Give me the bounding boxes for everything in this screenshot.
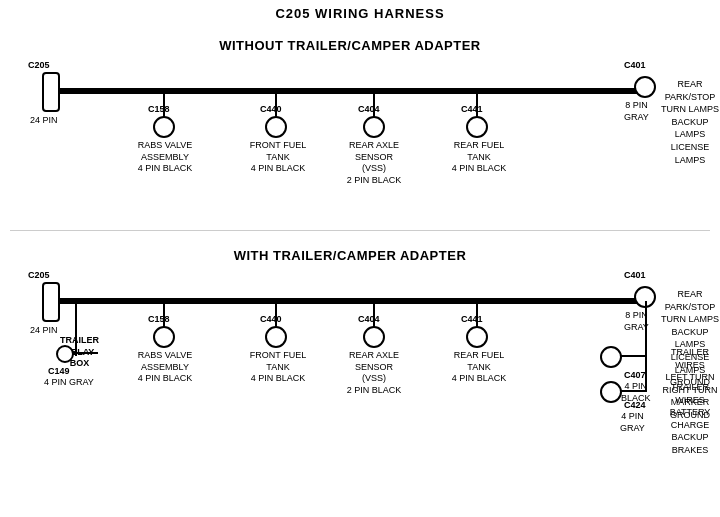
section2-c424-desc: TRAILER WIRESBATTERY CHARGEBACKUPBRAKES <box>660 381 720 457</box>
section1-c401-desc: REAR PARK/STOPTURN LAMPSBACKUP LAMPSLICE… <box>660 78 720 166</box>
section1-c440-connector <box>265 116 287 138</box>
section1-c441-connector <box>466 116 488 138</box>
diagram-container: C205 WIRING HARNESS WITHOUT TRAILER/CAMP… <box>0 0 720 510</box>
section2-c205-connector <box>42 282 60 322</box>
section1-c205-label: C205 <box>28 60 50 72</box>
page-title: C205 WIRING HARNESS <box>0 0 720 21</box>
section2-c149-connector <box>56 345 74 363</box>
section2-c158-desc: RABS VALVEASSEMBLY4 PIN BLACK <box>135 350 195 385</box>
section1-c158-connector <box>153 116 175 138</box>
section2-c424-hline <box>621 390 647 392</box>
section2-c441-label: C441 <box>461 314 483 326</box>
section2-label: WITH TRAILER/CAMPER ADAPTER <box>150 248 550 263</box>
section1-c205-connector <box>42 72 60 112</box>
section1-c441-desc: REAR FUELTANK4 PIN BLACK <box>449 140 509 175</box>
section1-main-line <box>58 88 648 94</box>
section2-c205-sub: 24 PIN <box>30 325 58 337</box>
section2-c424-label: C424 <box>624 400 646 412</box>
section1-c404-connector <box>363 116 385 138</box>
section1-c158-label: C158 <box>148 104 170 116</box>
section2-c407-connector <box>600 346 622 368</box>
section1-c158-desc: RABS VALVEASSEMBLY4 PIN BLACK <box>135 140 195 175</box>
section2-c404-desc: REAR AXLESENSOR(VSS)2 PIN BLACK <box>344 350 404 397</box>
section1-c440-desc: FRONT FUELTANK4 PIN BLACK <box>248 140 308 175</box>
section1-c404-label: C404 <box>358 104 380 116</box>
section2-c407-hline <box>621 355 647 357</box>
section1-label: WITHOUT TRAILER/CAMPER ADAPTER <box>150 38 550 53</box>
section2-c424-sub: 4 PINGRAY <box>620 411 645 434</box>
section1-c401-sub: 8 PINGRAY <box>624 100 649 123</box>
section2-c440-desc: FRONT FUELTANK4 PIN BLACK <box>248 350 308 385</box>
section2-c407-label: C407 <box>624 370 646 382</box>
section2-c149-label: C149 <box>48 366 70 378</box>
section1-c440-label: C440 <box>260 104 282 116</box>
section1-c401-label: C401 <box>624 60 646 72</box>
section2-main-line <box>58 298 648 304</box>
section1-c401-connector <box>634 76 656 98</box>
section2-c404-connector <box>363 326 385 348</box>
section1-c404-desc: REAR AXLESENSOR(VSS)2 PIN BLACK <box>344 140 404 187</box>
section2-c158-connector <box>153 326 175 348</box>
section2-c441-desc: REAR FUELTANK4 PIN BLACK <box>449 350 509 385</box>
section1-c441-label: C441 <box>461 104 483 116</box>
section2-c441-connector <box>466 326 488 348</box>
divider <box>10 230 710 231</box>
section2-c205-label: C205 <box>28 270 50 282</box>
section2-c424-connector <box>600 381 622 403</box>
section2-c401-label: C401 <box>624 270 646 282</box>
section2-c404-label: C404 <box>358 314 380 326</box>
section2-c158-label: C158 <box>148 314 170 326</box>
section2-c440-label: C440 <box>260 314 282 326</box>
section2-c149-desc: 4 PIN GRAY <box>44 377 94 389</box>
section1-c205-sub: 24 PIN <box>30 115 58 127</box>
section2-c440-connector <box>265 326 287 348</box>
